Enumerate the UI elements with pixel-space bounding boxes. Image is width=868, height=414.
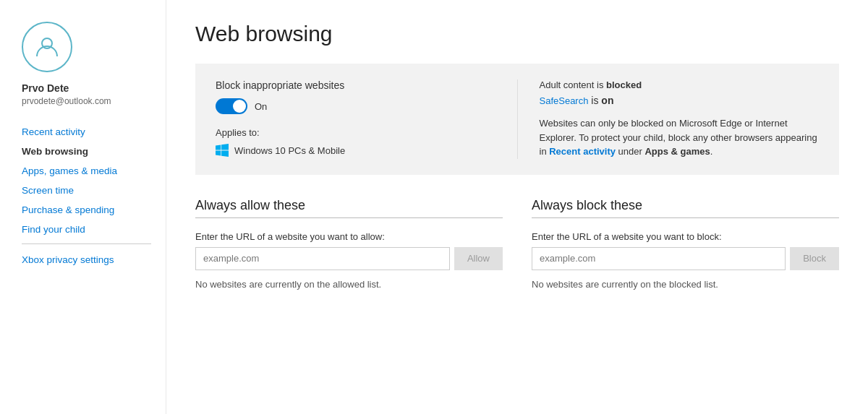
block-input-label: Enter the URL of a website you want to b… [532, 231, 839, 242]
info-box: Block inappropriate websites On Applies … [195, 64, 839, 175]
block-label: Block inappropriate websites [216, 79, 495, 91]
block-section-title: Always block these [532, 198, 839, 213]
allow-input-row: Allow [195, 247, 503, 270]
applies-value: Windows 10 PCs & Mobile [234, 145, 345, 156]
sidebar-item-xbox-privacy[interactable]: Xbox privacy settings [22, 254, 151, 265]
windows-icon [216, 144, 229, 157]
nav-divider [22, 243, 151, 244]
block-divider [532, 217, 839, 218]
toggle-text: On [255, 101, 267, 112]
apps-games-bold: Apps & games [644, 146, 710, 157]
allow-empty-message: No websites are currently on the allowed… [195, 279, 503, 290]
allow-section-title: Always allow these [195, 198, 503, 213]
allow-button[interactable]: Allow [454, 247, 503, 270]
app-layout: Prvo Dete prvodete@outlook.com Recent ac… [0, 0, 868, 414]
main-content: Web browsing Block inappropriate website… [166, 0, 868, 414]
sidebar-item-find-your-child[interactable]: Find your child [22, 224, 151, 235]
sidebar-item-recent-activity[interactable]: Recent activity [22, 126, 151, 137]
block-empty-message: No websites are currently on the blocked… [532, 279, 839, 290]
block-websites-toggle[interactable] [216, 98, 247, 114]
allow-url-input[interactable] [195, 247, 450, 270]
adult-content-status: Adult content is blocked [540, 79, 820, 90]
adult-content-bold: blocked [606, 79, 642, 90]
applies-label: Applies to: [216, 127, 495, 138]
recent-activity-link[interactable]: Recent activity [549, 146, 616, 157]
block-input-row: Block [532, 247, 839, 270]
allow-block-columns: Always allow these Enter the URL of a we… [195, 198, 839, 290]
page-title: Web browsing [195, 22, 839, 46]
safesearch-row: SafeSearch is on [540, 95, 820, 106]
user-email: prvodete@outlook.com [22, 96, 151, 106]
sidebar: Prvo Dete prvodete@outlook.com Recent ac… [0, 0, 166, 414]
allow-input-label: Enter the URL of a website you want to a… [195, 231, 503, 242]
windows-row: Windows 10 PCs & Mobile [216, 144, 495, 157]
sidebar-item-web-browsing[interactable]: Web browsing [22, 146, 151, 157]
block-url-input[interactable] [532, 247, 786, 270]
safesearch-status: on [601, 95, 613, 106]
user-icon [34, 33, 60, 61]
safesearch-link[interactable]: SafeSearch [540, 95, 589, 106]
allow-section: Always allow these Enter the URL of a we… [195, 198, 503, 290]
block-button[interactable]: Block [790, 247, 839, 270]
toggle-row: On [216, 98, 495, 114]
avatar [22, 22, 72, 72]
sidebar-item-screen-time[interactable]: Screen time [22, 185, 151, 196]
sidebar-item-purchase-spending[interactable]: Purchase & spending [22, 204, 151, 215]
info-left: Block inappropriate websites On Applies … [216, 79, 517, 159]
user-name: Prvo Dete [22, 82, 151, 94]
info-right: Adult content is blocked SafeSearch is o… [517, 79, 820, 159]
allow-divider [195, 217, 503, 218]
info-description: Websites can only be blocked on Microsof… [540, 116, 820, 159]
block-section: Always block these Enter the URL of a we… [532, 198, 839, 290]
sidebar-item-apps-games-media[interactable]: Apps, games & media [22, 165, 151, 176]
